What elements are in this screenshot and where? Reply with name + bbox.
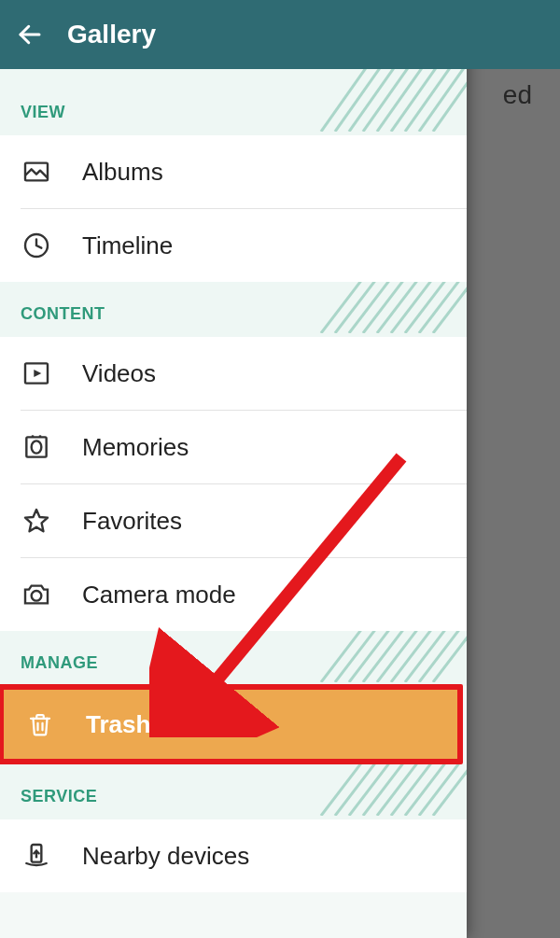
modal-scrim[interactable]	[467, 0, 560, 938]
menu-item-camera-mode[interactable]: Camera mode	[0, 558, 467, 631]
svg-marker-27	[25, 510, 48, 531]
navigation-drawer: VIEW Albums Timeline CONTENT	[0, 0, 467, 938]
menu-item-label: Camera mode	[82, 581, 236, 609]
menu-item-label: Nearby devices	[82, 842, 249, 871]
menu-item-favorites[interactable]: Favorites	[0, 484, 467, 557]
menu-item-label: Trash	[86, 710, 150, 739]
section-list-view: Albums Timeline	[0, 135, 467, 282]
star-icon	[21, 505, 52, 537]
app-title: Gallery	[67, 20, 156, 49]
section-label: SERVICE	[21, 787, 97, 805]
section-list-content: Videos Memories Favorites Camera mode	[0, 337, 467, 631]
section-list-manage: Trash	[0, 686, 467, 764]
section-label: VIEW	[21, 103, 65, 121]
section-header-manage: MANAGE	[0, 631, 467, 686]
back-button[interactable]	[13, 18, 47, 51]
menu-item-timeline[interactable]: Timeline	[0, 209, 467, 282]
nearby-devices-icon	[21, 840, 52, 872]
svg-line-1	[321, 69, 368, 132]
section-header-service: SERVICE	[0, 764, 467, 819]
menu-item-label: Favorites	[82, 507, 182, 536]
menu-item-memories[interactable]: Memories	[0, 411, 467, 483]
menu-item-label: Albums	[82, 158, 163, 187]
svg-line-9	[433, 69, 467, 132]
memories-icon	[21, 431, 52, 463]
section-header-content: CONTENT	[0, 282, 467, 337]
menu-item-videos[interactable]: Videos	[0, 337, 467, 410]
arrow-left-icon	[16, 21, 44, 49]
decorative-stripes-icon	[312, 69, 467, 132]
menu-item-label: Memories	[82, 433, 189, 462]
section-header-view: VIEW	[0, 69, 467, 135]
menu-item-nearby-devices[interactable]: Nearby devices	[0, 819, 467, 892]
trash-icon	[24, 708, 56, 740]
section-list-service: Nearby devices	[0, 819, 467, 892]
decorative-stripes-icon	[312, 282, 467, 333]
svg-marker-22	[34, 370, 41, 377]
play-icon	[21, 357, 52, 389]
annotation-highlight-box: Trash	[0, 684, 463, 764]
app-toolbar: Gallery	[0, 0, 560, 69]
decorative-stripes-icon	[312, 764, 467, 816]
section-label: CONTENT	[21, 304, 105, 323]
svg-point-24	[32, 441, 42, 453]
menu-item-label: Timeline	[82, 231, 173, 260]
decorative-stripes-icon	[312, 631, 467, 682]
svg-point-28	[32, 591, 42, 601]
menu-item-trash[interactable]: Trash	[4, 690, 457, 759]
image-icon	[21, 156, 52, 188]
menu-item-label: Videos	[82, 359, 156, 388]
section-label: MANAGE	[21, 653, 98, 672]
menu-item-albums[interactable]: Albums	[0, 135, 467, 208]
clock-icon	[21, 230, 52, 261]
camera-icon	[21, 579, 52, 610]
